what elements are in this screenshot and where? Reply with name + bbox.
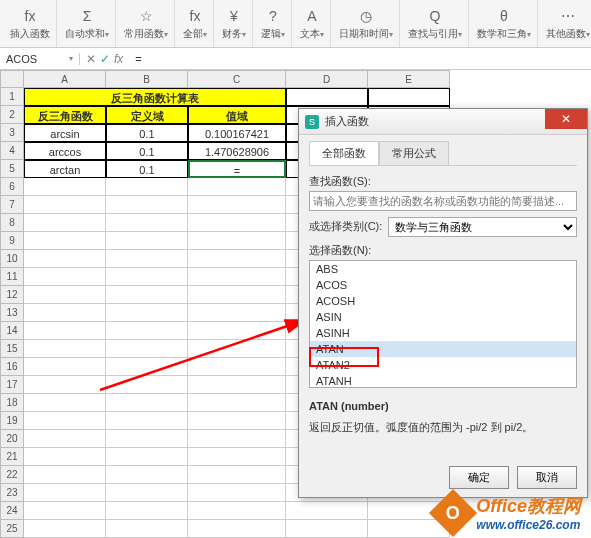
- more-icon: ⋯: [558, 7, 578, 25]
- watermark-url: www.office26.com: [476, 518, 581, 532]
- row-header[interactable]: 12: [0, 286, 24, 304]
- data-cell[interactable]: 0.1: [106, 160, 188, 178]
- row-header[interactable]: 9: [0, 232, 24, 250]
- row-header[interactable]: 3: [0, 124, 24, 142]
- search-input[interactable]: [309, 191, 577, 211]
- row-header[interactable]: 20: [0, 430, 24, 448]
- row-header[interactable]: 8: [0, 214, 24, 232]
- app-icon: S: [305, 115, 319, 129]
- fx-icon[interactable]: fx: [114, 52, 123, 66]
- row-header[interactable]: 15: [0, 340, 24, 358]
- row-header[interactable]: 25: [0, 520, 24, 538]
- function-description: 返回反正切值。弧度值的范围为 -pi/2 到 pi/2。: [309, 420, 577, 435]
- tab-all-functions[interactable]: 全部函数: [309, 141, 379, 165]
- col-header[interactable]: D: [286, 70, 368, 88]
- search-icon: Q: [425, 7, 445, 25]
- header-cell[interactable]: 定义域: [106, 106, 188, 124]
- tab-common-formulas[interactable]: 常用公式: [379, 141, 449, 165]
- row-header[interactable]: 16: [0, 358, 24, 376]
- data-cell[interactable]: arcsin: [24, 124, 106, 142]
- category-select[interactable]: 数学与三角函数: [388, 217, 577, 237]
- question-icon: ?: [263, 7, 283, 25]
- star-icon: ☆: [136, 7, 156, 25]
- row-header[interactable]: 6: [0, 178, 24, 196]
- list-item[interactable]: ASINH: [310, 325, 576, 341]
- ribbon-all[interactable]: fx全部▾: [177, 0, 214, 47]
- cancel-button[interactable]: 取消: [517, 466, 577, 489]
- list-item[interactable]: ATANH: [310, 373, 576, 388]
- name-box[interactable]: ACOS▾: [0, 53, 80, 65]
- function-listbox[interactable]: ABS ACOS ACOSH ASIN ASINH ATAN ATAN2 ATA…: [309, 260, 577, 388]
- data-cell[interactable]: 0.1: [106, 142, 188, 160]
- watermark-title: Office教程网: [476, 494, 581, 518]
- ok-button[interactable]: 确定: [449, 466, 509, 489]
- row-header[interactable]: 2: [0, 106, 24, 124]
- search-label: 查找函数(S):: [309, 174, 577, 189]
- watermark: O Office教程网 www.office26.com: [436, 494, 581, 532]
- list-item[interactable]: ACOSH: [310, 293, 576, 309]
- ribbon-math[interactable]: θ数学和三角▾: [471, 0, 538, 47]
- data-cell[interactable]: arctan: [24, 160, 106, 178]
- active-cell[interactable]: =: [188, 160, 286, 178]
- ribbon-datetime[interactable]: ◷日期和时间▾: [333, 0, 400, 47]
- header-cell[interactable]: 值域: [188, 106, 286, 124]
- ribbon-other[interactable]: ⋯其他函数▾: [540, 0, 591, 47]
- row-header[interactable]: 14: [0, 322, 24, 340]
- row-header[interactable]: 24: [0, 502, 24, 520]
- formula-input[interactable]: =: [129, 53, 591, 65]
- row-header[interactable]: 7: [0, 196, 24, 214]
- row-header[interactable]: 1: [0, 88, 24, 106]
- ribbon-lookup[interactable]: Q查找与引用▾: [402, 0, 469, 47]
- row-header[interactable]: 11: [0, 268, 24, 286]
- dialog-titlebar[interactable]: S 插入函数 ✕: [299, 109, 587, 135]
- select-function-label: 选择函数(N):: [309, 243, 577, 258]
- ribbon-text[interactable]: A文本▾: [294, 0, 331, 47]
- col-header[interactable]: E: [368, 70, 450, 88]
- text-icon: A: [302, 7, 322, 25]
- insert-function-dialog: S 插入函数 ✕ 全部函数 常用公式 查找函数(S): 或选择类别(C): 数学…: [298, 108, 588, 498]
- close-button[interactable]: ✕: [545, 109, 587, 129]
- data-cell[interactable]: arccos: [24, 142, 106, 160]
- clock-icon: ◷: [356, 7, 376, 25]
- category-label: 或选择类别(C):: [309, 219, 382, 234]
- list-item[interactable]: ACOS: [310, 277, 576, 293]
- list-item[interactable]: ASIN: [310, 309, 576, 325]
- header-cell[interactable]: 反三角函数: [24, 106, 106, 124]
- data-cell[interactable]: 1.470628906: [188, 142, 286, 160]
- data-cell[interactable]: 0.100167421: [188, 124, 286, 142]
- col-header[interactable]: C: [188, 70, 286, 88]
- formula-bar: ACOS▾ ✕ ✓ fx =: [0, 48, 591, 70]
- ribbon-finance[interactable]: ¥财务▾: [216, 0, 253, 47]
- dialog-title: 插入函数: [325, 114, 369, 129]
- col-header[interactable]: A: [24, 70, 106, 88]
- row-header[interactable]: 10: [0, 250, 24, 268]
- sigma-icon: Σ: [77, 7, 97, 25]
- office-logo-icon: O: [429, 489, 477, 537]
- row-header[interactable]: 13: [0, 304, 24, 322]
- select-all-corner[interactable]: [0, 70, 24, 88]
- row-header[interactable]: 4: [0, 142, 24, 160]
- row-header[interactable]: 5: [0, 160, 24, 178]
- col-header[interactable]: B: [106, 70, 188, 88]
- row-header[interactable]: 23: [0, 484, 24, 502]
- list-item-selected[interactable]: ATAN: [310, 341, 576, 357]
- data-cell[interactable]: 0.1: [106, 124, 188, 142]
- row-header[interactable]: 18: [0, 394, 24, 412]
- function-signature: ATAN (number): [309, 400, 389, 412]
- ribbon-toolbar: fx插入函数 Σ自动求和▾ ☆常用函数▾ fx全部▾ ¥财务▾ ?逻辑▾ A文本…: [0, 0, 591, 48]
- fx-icon: fx: [20, 7, 40, 25]
- ribbon-common-fn[interactable]: ☆常用函数▾: [118, 0, 175, 47]
- cancel-formula-icon[interactable]: ✕: [86, 52, 96, 66]
- ribbon-autosum[interactable]: Σ自动求和▾: [59, 0, 116, 47]
- accept-formula-icon[interactable]: ✓: [100, 52, 110, 66]
- ribbon-logic[interactable]: ?逻辑▾: [255, 0, 292, 47]
- list-item[interactable]: ABS: [310, 261, 576, 277]
- list-item[interactable]: ATAN2: [310, 357, 576, 373]
- row-header[interactable]: 17: [0, 376, 24, 394]
- ribbon-insert-function[interactable]: fx插入函数: [4, 0, 57, 47]
- row-header[interactable]: 19: [0, 412, 24, 430]
- row-header[interactable]: 21: [0, 448, 24, 466]
- row-header[interactable]: 22: [0, 466, 24, 484]
- table-title[interactable]: 反三角函数计算表: [24, 88, 286, 106]
- fx-icon: fx: [185, 7, 205, 25]
